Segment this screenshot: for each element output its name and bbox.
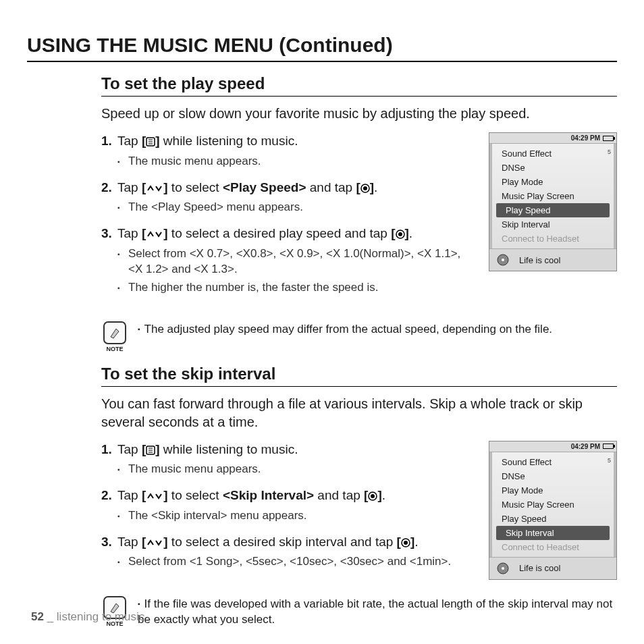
substep: Select from <X 0.7>, <X0.8>, <X 0.9>, <X… xyxy=(117,246,477,277)
menu-icon xyxy=(146,136,155,148)
step-number: 1. xyxy=(101,132,112,150)
section-title: To set the skip interval xyxy=(101,365,617,387)
svg-point-15 xyxy=(371,494,375,498)
menu-item: DNSe xyxy=(492,161,614,175)
now-playing-bar: Life is cool xyxy=(489,557,616,579)
updown-icon xyxy=(146,537,163,549)
note-icon xyxy=(103,321,126,344)
status-bar: 04:29 PM xyxy=(489,441,616,452)
menu-item-selected: Play Speed xyxy=(496,203,610,217)
steps-list: 1. Tap [] while listening to music. The … xyxy=(101,441,477,570)
step-number: 3. xyxy=(101,225,112,242)
status-time: 04:29 PM xyxy=(571,134,600,142)
step-text: to select a desired skip interval and ta… xyxy=(168,535,397,549)
now-playing-title: Life is cool xyxy=(519,563,560,573)
step-3: 3. Tap [] to select a desired play speed… xyxy=(101,225,477,295)
menu-item: Sound Effect xyxy=(492,146,614,161)
step-text: and tap xyxy=(306,180,356,194)
step-bold: <Play Speed> xyxy=(223,180,306,194)
now-playing-bar: Life is cool xyxy=(489,248,616,271)
svg-point-9 xyxy=(502,259,504,261)
updown-icon xyxy=(146,182,163,194)
note-block: NOTE If the file was developed with a va… xyxy=(101,596,617,628)
footer-sep: _ xyxy=(44,610,57,623)
updown-icon xyxy=(146,490,163,502)
device-screenshot: 04:29 PM Sound Effect DNSe Play Mode Mus… xyxy=(489,132,617,271)
select-icon xyxy=(368,490,377,502)
step-1: 1. Tap [] while listening to music. The … xyxy=(101,441,477,478)
note-text: If the file was developed with a variabl… xyxy=(138,597,612,626)
step-text: Tap xyxy=(117,226,142,240)
select-icon xyxy=(360,182,370,194)
section-play-speed: To set the play speed Speed up or slow d… xyxy=(101,74,617,305)
status-time: 04:29 PM xyxy=(571,443,600,450)
step-text: while listening to music. xyxy=(160,134,298,148)
chapter-name: listening to music xyxy=(57,610,144,623)
svg-point-7 xyxy=(398,232,402,236)
steps-list: 1. Tap [] while listening to music. The … xyxy=(101,132,477,296)
step-number: 1. xyxy=(101,441,112,458)
page-title: USING THE MUSIC MENU (Continued) xyxy=(27,34,617,62)
menu-item: Play Mode xyxy=(492,175,614,189)
note-text: The adjusted play speed may differ from … xyxy=(138,323,552,336)
step-text: Tap xyxy=(117,180,142,194)
menu-item: Play Speed xyxy=(492,512,614,526)
battery-icon xyxy=(603,444,614,449)
page-footer: 52 _ listening to music xyxy=(31,610,144,624)
disc-icon xyxy=(495,562,514,575)
svg-point-19 xyxy=(502,567,504,570)
substep: Select from <1 Song>, <5sec>, <10sec>, <… xyxy=(117,554,477,570)
note-block: NOTE The adjusted play speed may differ … xyxy=(101,321,617,352)
menu-item: DNSe xyxy=(492,469,614,483)
select-icon xyxy=(401,537,410,549)
step-text: Tap xyxy=(117,488,142,502)
section-intro: Speed up or slow down your favorite musi… xyxy=(101,105,617,123)
substep: The <Skip interval> menu appears. xyxy=(117,508,477,524)
step-number: 3. xyxy=(101,533,112,551)
menu-item: Music Play Screen xyxy=(492,498,614,512)
section-title: To set the play speed xyxy=(101,74,617,97)
menu-item: Play Mode xyxy=(492,483,614,498)
step-text: Tap xyxy=(117,134,142,148)
step-2: 2. Tap [] to select <Play Speed> and tap… xyxy=(101,179,477,216)
step-text: Tap xyxy=(117,442,142,456)
step-text: to select xyxy=(168,180,223,194)
step-text: . xyxy=(374,180,377,194)
updown-icon xyxy=(146,228,163,240)
step-text: and tap xyxy=(314,488,364,502)
step-text: to select a desired play speed and tap xyxy=(168,226,392,240)
step-2: 2. Tap [] to select <Skip Interval> and … xyxy=(101,487,477,524)
step-text: Tap xyxy=(117,535,142,549)
substep: The higher the number is, the faster the… xyxy=(117,280,477,296)
menu-item: Skip Interval xyxy=(492,217,614,232)
device-menu: Sound Effect DNSe Play Mode Music Play S… xyxy=(489,452,616,557)
device-menu: Sound Effect DNSe Play Mode Music Play S… xyxy=(489,144,616,248)
substep: The <Play Speed> menu appears. xyxy=(117,200,477,215)
step-text: . xyxy=(382,488,385,502)
menu-item: Music Play Screen xyxy=(492,189,614,203)
svg-point-5 xyxy=(363,186,367,190)
step-text: to select xyxy=(168,488,223,502)
menu-icon xyxy=(146,444,155,456)
step-3: 3. Tap [] to select a desired skip inter… xyxy=(101,533,477,570)
now-playing-title: Life is cool xyxy=(519,255,560,265)
menu-item-selected: Skip Interval xyxy=(496,526,610,540)
device-screenshot: 04:29 PM Sound Effect DNSe Play Mode Mus… xyxy=(489,441,617,580)
menu-item-disabled: Connect to Headset xyxy=(492,540,614,554)
section-skip-interval: To set the skip interval You can fast fo… xyxy=(101,365,617,580)
select-icon xyxy=(396,228,405,240)
step-text: . xyxy=(414,535,418,549)
menu-item: Sound Effect xyxy=(492,455,614,469)
step-bold: <Skip Interval> xyxy=(223,488,314,502)
step-number: 2. xyxy=(101,179,112,196)
step-1: 1. Tap [] while listening to music. The … xyxy=(101,132,477,169)
disc-icon xyxy=(495,253,514,267)
step-number: 2. xyxy=(101,487,112,504)
substep: The music menu appears. xyxy=(117,462,477,477)
substep: The music menu appears. xyxy=(117,154,477,169)
step-text: while listening to music. xyxy=(160,442,298,456)
page-number: 52 xyxy=(31,610,44,623)
battery-icon xyxy=(603,136,614,141)
section-intro: You can fast forward through a file at v… xyxy=(101,395,617,431)
menu-item-disabled: Connect to Headset xyxy=(492,232,614,246)
